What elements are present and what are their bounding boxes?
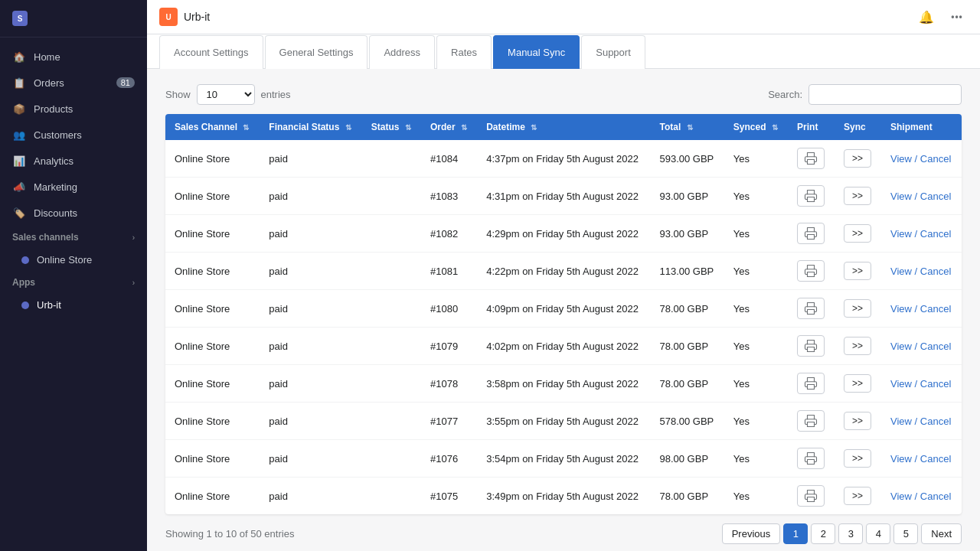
pagination-page-3-button[interactable]: 3 bbox=[838, 523, 863, 544]
view-cancel-link[interactable]: View / Cancel bbox=[890, 416, 951, 427]
view-cancel-link[interactable]: View / Cancel bbox=[890, 266, 951, 277]
sync-button[interactable]: >> bbox=[844, 187, 871, 205]
sync-button[interactable]: >> bbox=[844, 449, 871, 468]
pagination-page-5-button[interactable]: 5 bbox=[893, 523, 918, 544]
print-button[interactable] bbox=[797, 335, 825, 357]
sidebar-logo: S bbox=[0, 0, 147, 37]
sort-icon-order: ⇅ bbox=[461, 123, 467, 132]
pagination-previous-button[interactable]: Previous bbox=[722, 523, 781, 544]
pagination-page-4-button[interactable]: 4 bbox=[866, 523, 890, 544]
cell-sales-channel: Online Store bbox=[165, 328, 260, 365]
cell-status bbox=[362, 440, 421, 478]
sidebar-item-products[interactable]: 📦 Products bbox=[0, 96, 147, 122]
print-button[interactable] bbox=[797, 410, 825, 432]
sidebar-item-home[interactable]: 🏠 Home bbox=[0, 44, 147, 70]
print-button[interactable] bbox=[797, 298, 825, 319]
view-cancel-link[interactable]: View / Cancel bbox=[890, 378, 951, 390]
col-header-total[interactable]: Total ⇅ bbox=[650, 114, 724, 140]
print-button[interactable] bbox=[797, 485, 825, 507]
cell-status bbox=[362, 140, 421, 178]
col-header-datetime[interactable]: Datetime ⇅ bbox=[477, 114, 650, 140]
sync-button[interactable]: >> bbox=[844, 412, 871, 430]
tab-account-settings[interactable]: Account Settings bbox=[159, 35, 263, 69]
printer-icon bbox=[804, 377, 818, 390]
sync-button[interactable]: >> bbox=[844, 374, 871, 393]
view-cancel-link[interactable]: View / Cancel bbox=[890, 303, 951, 315]
cell-synced: Yes bbox=[724, 253, 788, 290]
print-button[interactable] bbox=[797, 223, 825, 244]
sync-button[interactable]: >> bbox=[844, 224, 871, 243]
print-button[interactable] bbox=[797, 185, 825, 207]
cell-shipment: View / Cancel bbox=[881, 440, 962, 478]
col-header-status[interactable]: Status ⇅ bbox=[362, 114, 421, 140]
cell-datetime: 3:58pm on Friday 5th August 2022 bbox=[477, 365, 650, 403]
cell-synced: Yes bbox=[724, 178, 788, 215]
tab-manual-sync[interactable]: Manual Sync bbox=[493, 35, 580, 69]
pagination-page-2-button[interactable]: 2 bbox=[811, 523, 835, 544]
cell-total: 78.00 GBP bbox=[650, 365, 724, 403]
sync-button[interactable]: >> bbox=[844, 149, 871, 168]
cell-print bbox=[788, 140, 835, 178]
sidebar-item-discounts[interactable]: 🏷️ Discounts bbox=[0, 200, 147, 226]
table-row: Online Store paid #1077 3:55pm on Friday… bbox=[165, 403, 962, 440]
sidebar-item-marketing[interactable]: 📣 Marketing bbox=[0, 174, 147, 200]
pagination-info: Showing 1 to 10 of 50 entries bbox=[165, 528, 294, 540]
more-options-icon[interactable]: ••• bbox=[946, 6, 968, 28]
cell-sync: >> bbox=[835, 365, 881, 403]
cell-datetime: 4:37pm on Friday 5th August 2022 bbox=[477, 140, 650, 178]
entries-per-page-select[interactable]: 10 25 50 100 bbox=[197, 84, 255, 105]
svg-rect-2 bbox=[808, 235, 815, 240]
sync-button[interactable]: >> bbox=[844, 337, 871, 355]
sales-channels-chevron-icon: › bbox=[132, 233, 135, 242]
sidebar-item-orders-label: Orders bbox=[34, 77, 109, 89]
col-header-order[interactable]: Order ⇅ bbox=[421, 114, 477, 140]
sidebar-section-sales-channels[interactable]: Sales channels › bbox=[0, 226, 147, 249]
sync-button[interactable]: >> bbox=[844, 487, 871, 505]
print-button[interactable] bbox=[797, 260, 825, 282]
pagination-page-1-button[interactable]: 1 bbox=[783, 523, 808, 544]
sync-button[interactable]: >> bbox=[844, 299, 871, 318]
customers-icon: 👥 bbox=[12, 128, 26, 142]
tab-rates[interactable]: Rates bbox=[436, 35, 492, 69]
cell-shipment: View / Cancel bbox=[881, 328, 962, 365]
cell-sync: >> bbox=[835, 328, 881, 365]
printer-icon bbox=[804, 414, 818, 428]
view-cancel-link[interactable]: View / Cancel bbox=[890, 153, 951, 165]
print-button[interactable] bbox=[797, 373, 825, 394]
sidebar-item-products-label: Products bbox=[34, 103, 135, 115]
col-header-financial-status[interactable]: Financial Status ⇅ bbox=[260, 114, 361, 140]
analytics-icon: 📊 bbox=[12, 154, 26, 168]
sort-icon-sales-channel: ⇅ bbox=[243, 123, 249, 132]
main-content: U Urb-it 🔔 ••• Account Settings General … bbox=[147, 0, 980, 551]
view-cancel-link[interactable]: View / Cancel bbox=[890, 491, 951, 502]
orders-table: Sales Channel ⇅ Financial Status ⇅ Statu… bbox=[165, 114, 962, 514]
pagination-next-button[interactable]: Next bbox=[921, 523, 962, 544]
col-header-sales-channel[interactable]: Sales Channel ⇅ bbox=[165, 114, 260, 140]
sidebar-item-online-store[interactable]: Online Store bbox=[0, 249, 147, 271]
cell-sync: >> bbox=[835, 478, 881, 515]
sidebar-item-customers[interactable]: 👥 Customers bbox=[0, 122, 147, 148]
sidebar-section-apps[interactable]: Apps › bbox=[0, 271, 147, 294]
notifications-icon[interactable]: 🔔 bbox=[916, 6, 937, 28]
print-button[interactable] bbox=[797, 448, 825, 469]
col-header-synced[interactable]: Synced ⇅ bbox=[724, 114, 788, 140]
view-cancel-link[interactable]: View / Cancel bbox=[890, 341, 951, 352]
sidebar-item-urb-it-label: Urb-it bbox=[37, 299, 135, 311]
tab-address[interactable]: Address bbox=[369, 35, 435, 69]
sidebar-item-urb-it[interactable]: Urb-it bbox=[0, 294, 147, 316]
sidebar-item-home-label: Home bbox=[34, 51, 135, 63]
tab-general-settings[interactable]: General Settings bbox=[265, 35, 368, 69]
tab-support[interactable]: Support bbox=[581, 35, 645, 69]
cell-total: 98.00 GBP bbox=[650, 440, 724, 478]
sidebar-item-orders[interactable]: 📋 Orders 81 bbox=[0, 70, 147, 96]
cell-shipment: View / Cancel bbox=[881, 403, 962, 440]
view-cancel-link[interactable]: View / Cancel bbox=[890, 228, 951, 240]
cell-financial-status: paid bbox=[260, 328, 361, 365]
cell-print bbox=[788, 253, 835, 290]
sync-button[interactable]: >> bbox=[844, 262, 871, 280]
view-cancel-link[interactable]: View / Cancel bbox=[890, 191, 951, 202]
view-cancel-link[interactable]: View / Cancel bbox=[890, 453, 951, 465]
print-button[interactable] bbox=[797, 148, 825, 169]
search-input[interactable] bbox=[808, 84, 962, 105]
sidebar-item-analytics[interactable]: 📊 Analytics bbox=[0, 148, 147, 174]
